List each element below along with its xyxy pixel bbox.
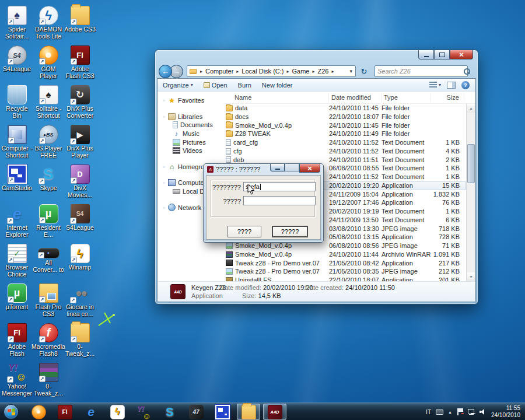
taskbar-button[interactable] (211, 404, 234, 420)
desktop-icon[interactable]: BS.Player FREE (33, 124, 64, 163)
desktop-icon[interactable]: Spider Solitair... (1, 5, 33, 44)
sidebar-item[interactable]: ▹ Libraries (158, 113, 223, 121)
maximize-button[interactable] (434, 50, 450, 60)
desktop-icon[interactable]: Macromedia Flash8 (33, 322, 64, 362)
table-row[interactable]: Tweak z28 - Pro Demo ver.07 21/05/2010 0… (223, 259, 466, 268)
taskbar-button[interactable] (158, 404, 181, 420)
table-row[interactable]: Smoke_Mod_v.0.4p 24/10/2010 11:44 Archiv… (223, 250, 466, 259)
desktop-icon[interactable]: 0-Tweak_z... (64, 322, 96, 362)
taskbar-button[interactable] (132, 404, 155, 420)
back-button[interactable]: ← (159, 65, 172, 78)
desktop-icon[interactable]: DivX Plus Converter (64, 84, 96, 124)
expander-icon[interactable]: ▹ (163, 180, 168, 185)
taskbar-button[interactable] (106, 404, 129, 420)
desktop-icon[interactable]: Solitaire - Shortcut (33, 84, 64, 124)
column-header-date[interactable]: Date modified (329, 93, 382, 102)
column-header-name[interactable]: Name (223, 93, 329, 102)
sidebar-item[interactable]: ▹ Documents (158, 121, 223, 130)
expander-icon[interactable]: ▹ (163, 114, 168, 119)
taskbar-button[interactable] (27, 404, 50, 420)
sidebar-item[interactable]: ▹ Pictures (158, 138, 223, 146)
organize-button[interactable]: Organize ▾ (158, 79, 198, 91)
expander-icon[interactable]: ▹ (163, 164, 168, 169)
address-bar[interactable]: ▸ Computer ▸ Local Disk (C:) ▸ Game ▸ (187, 65, 356, 77)
desktop-icon[interactable]: 0-Tweak_z... (33, 362, 64, 401)
table-row[interactable]: Smoke_Mod_v.0.4p 24/10/2010 11:45 File f… (223, 121, 466, 130)
desktop-icon[interactable]: Internet Explorer (1, 203, 33, 243)
desktop-icon[interactable]: S4League (1, 44, 33, 84)
desktop-icon[interactable]: DivX Plus Player (64, 124, 96, 163)
breadcrumb-item[interactable]: Computer ▸ (204, 68, 240, 75)
desktop-icon[interactable]: Recycle Bin (1, 84, 33, 124)
table-row[interactable]: docs 22/10/2010 18:07 File folder (223, 113, 466, 121)
table-row[interactable]: Z28 TWEAK 24/10/2010 11:49 File folder (223, 130, 466, 138)
exit-button[interactable]: ????? (272, 226, 308, 237)
views-button[interactable]: ▾ (429, 82, 441, 88)
desktop-icon[interactable]: Resident E... (33, 203, 64, 243)
scrollbar-thumb[interactable] (467, 144, 475, 183)
column-header-type[interactable]: Type (382, 93, 430, 102)
table-row[interactable]: card_cfg 24/10/2010 11:52 Text Document … (223, 138, 466, 147)
table-row[interactable]: Smoke_Mod_v.0.4p 06/08/2010 08:56 JPEG i… (223, 242, 466, 250)
desktop-icon[interactable]: Adobe Flash CS3 Profes... (64, 44, 96, 84)
show-hidden-icons[interactable]: ▲ (448, 410, 452, 414)
expander-icon[interactable]: ▹ (163, 205, 168, 210)
help-button[interactable]: ? (461, 81, 470, 89)
breadcrumb-item[interactable]: Game ▸ (290, 68, 316, 75)
taskbar-button[interactable] (263, 404, 286, 420)
taskbar-button[interactable] (79, 404, 103, 420)
breadcrumb-item[interactable]: Z26 ▸ (316, 68, 335, 75)
column-header-size[interactable]: Size (430, 93, 464, 102)
search-box[interactable] (374, 65, 468, 77)
keyboard-icon[interactable] (436, 410, 443, 415)
desktop-icon[interactable]: Skype (33, 163, 64, 203)
table-row[interactable]: Tweak z28 - Pro Demo ver.07 21/05/2010 0… (223, 267, 466, 276)
taskbar-button[interactable] (184, 404, 208, 420)
generate-button[interactable]: ???? (228, 226, 261, 237)
sidebar-item[interactable]: ▹ Music (158, 130, 223, 138)
scroll-down-icon[interactable]: ▼ (467, 272, 475, 281)
table-row[interactable]: data 24/10/2010 11:45 File folder (223, 104, 466, 113)
desktop-icon[interactable]: Browser Choice (1, 243, 33, 282)
dialog-minimize-button[interactable] (270, 164, 285, 172)
desktop-icon[interactable]: Adobe CS3 (64, 5, 96, 44)
search-input[interactable] (375, 68, 463, 75)
close-button[interactable] (450, 50, 473, 60)
table-row[interactable]: UninstallLFS 22/10/2010 18:07 Applicatio… (223, 276, 466, 281)
taskbar-button[interactable] (53, 404, 76, 420)
desktop-icon[interactable]: DAEMON Tools Lite (33, 5, 64, 44)
new-folder-button[interactable]: New folder (257, 79, 298, 91)
desktop-icon[interactable]: Yahoo! Messenger (1, 362, 33, 401)
preview-pane-button[interactable] (447, 82, 456, 89)
desktop-icon[interactable]: DivX Movies... (64, 163, 96, 203)
desktop-icon[interactable]: GOM Player (33, 44, 64, 84)
taskbar-button[interactable] (237, 404, 260, 420)
action-center-icon[interactable] (457, 408, 463, 415)
sidebar-item[interactable]: ▹ Videos (158, 146, 223, 155)
vertical-scrollbar[interactable]: ▲ ▼ (466, 104, 475, 281)
desktop-icon[interactable]: µTorrent (1, 282, 33, 322)
burn-button[interactable]: Burn (233, 79, 257, 91)
refresh-button[interactable]: ↻ (358, 65, 370, 77)
expander-icon[interactable]: ▹ (163, 98, 168, 103)
desktop-icon[interactable]: All Conver... to PSP (33, 243, 64, 282)
desktop-icon[interactable]: Adobe Flash Profession... (1, 322, 33, 362)
desktop-icon[interactable]: S4League (64, 203, 96, 243)
desktop-icon[interactable]: Computer - Shortcut (1, 124, 33, 163)
dialog-close-button[interactable] (299, 164, 320, 173)
network-icon[interactable] (468, 409, 475, 415)
scroll-up-icon[interactable]: ▲ (467, 104, 475, 113)
breadcrumb-item[interactable]: Local Disk (C:) ▸ (240, 68, 290, 75)
desktop-icon[interactable]: Flash Pro CS3 (33, 282, 64, 322)
address-dropdown-icon[interactable]: ▾ (346, 68, 355, 74)
open-button[interactable]: Open (198, 79, 233, 91)
language-indicator[interactable]: IT (426, 409, 431, 415)
desktop-icon[interactable]: Giocare in linea co... (64, 282, 96, 322)
volume-icon[interactable] (480, 409, 487, 415)
serial-field[interactable] (243, 196, 316, 205)
clock[interactable]: 11:55 24/10/2010 (491, 405, 523, 419)
start-button[interactable] (4, 404, 19, 419)
sidebar-item[interactable]: ▹ Favorites (158, 96, 223, 105)
desktop-icon[interactable]: CamStudio (1, 163, 33, 203)
table-row[interactable]: cfg 24/10/2010 11:52 Text Document 4 KB (223, 147, 466, 156)
